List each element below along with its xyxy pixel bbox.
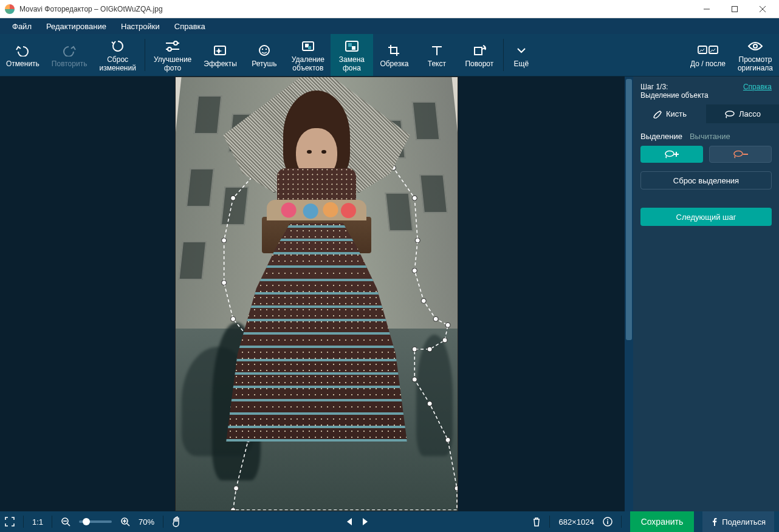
chevron-down-icon — [516, 42, 526, 59]
svg-rect-20 — [709, 46, 718, 53]
vertical-scrollbar[interactable] — [625, 77, 633, 511]
menu-file[interactable]: Файл — [5, 19, 39, 33]
svg-rect-14 — [308, 46, 311, 49]
svg-point-29 — [433, 316, 438, 321]
svg-point-31 — [442, 338, 447, 343]
app-logo-icon — [5, 4, 15, 14]
text-button[interactable]: Текст — [416, 34, 458, 76]
maximize-button[interactable] — [721, 0, 749, 18]
view-original-button[interactable]: Просмотр оригинала — [732, 34, 779, 76]
svg-point-52 — [726, 111, 734, 116]
menu-edit[interactable]: Редактирование — [39, 19, 114, 33]
next-step-button[interactable]: Следующий шаг — [640, 208, 772, 226]
face-icon — [257, 42, 272, 59]
rotate-button[interactable]: Поворот — [458, 34, 501, 76]
lasso-add-button[interactable] — [640, 146, 703, 163]
statusbar: 1:1 70% 682×1024 Сохранить Поделиться — [0, 511, 779, 532]
reset-icon — [111, 38, 125, 55]
hand-tool-button[interactable] — [172, 516, 182, 527]
svg-rect-18 — [475, 47, 482, 55]
effects-button[interactable]: Эффекты — [197, 34, 243, 76]
menu-help[interactable]: Справка — [167, 19, 213, 33]
svg-point-37 — [455, 486, 458, 491]
lasso-subtract-button[interactable] — [709, 146, 772, 163]
svg-point-39 — [234, 486, 239, 491]
erase-icon — [300, 38, 316, 55]
dimensions-label: 682×1024 — [558, 517, 594, 527]
svg-point-35 — [427, 401, 432, 406]
svg-point-28 — [421, 298, 426, 303]
undo-button[interactable]: Отменить — [0, 34, 46, 76]
svg-point-38 — [231, 508, 236, 510]
menubar: Файл Редактирование Настройки Справка — [0, 18, 779, 34]
svg-point-63 — [607, 519, 608, 520]
svg-point-53 — [665, 151, 674, 157]
svg-point-9 — [259, 46, 269, 55]
svg-line-59 — [127, 523, 129, 526]
reset-selection-button[interactable]: Сброс выделения — [640, 171, 772, 189]
redo-button[interactable]: Повторить — [46, 34, 94, 76]
crop-button[interactable]: Обрезка — [373, 34, 416, 76]
menu-settings[interactable]: Настройки — [114, 19, 167, 33]
zoom-value: 70% — [139, 517, 154, 527]
close-button[interactable] — [749, 0, 777, 18]
svg-point-5 — [174, 41, 177, 45]
text-icon — [430, 42, 444, 59]
remove-objects-button[interactable]: Удаление объектов — [286, 34, 331, 76]
svg-point-11 — [266, 48, 267, 49]
brush-icon — [653, 110, 662, 118]
next-button[interactable] — [362, 517, 369, 526]
svg-point-10 — [262, 48, 263, 49]
zoom-slider[interactable] — [79, 520, 112, 523]
lasso-plus-icon — [664, 149, 681, 159]
svg-point-7 — [168, 47, 171, 51]
svg-line-56 — [67, 523, 70, 526]
subtab-selection[interactable]: Выделение — [640, 132, 682, 141]
share-button[interactable]: Поделиться — [702, 511, 774, 532]
facebook-icon — [711, 517, 718, 526]
info-button[interactable] — [603, 517, 613, 527]
side-panel: Шаг 1/3:Выделение объекта Справка Кисть … — [633, 77, 779, 511]
zoom-in-button[interactable] — [120, 517, 130, 527]
svg-point-32 — [427, 347, 432, 352]
help-link[interactable]: Справка — [743, 83, 772, 100]
enhance-button[interactable]: Улучшение фото — [148, 34, 197, 76]
separator — [145, 39, 145, 71]
bg-replace-icon — [344, 38, 360, 55]
eye-icon — [747, 38, 763, 55]
svg-rect-19 — [698, 46, 707, 53]
subtab-subtraction[interactable]: Вычитание — [690, 132, 730, 141]
zoom-out-button[interactable] — [61, 517, 70, 527]
delete-button[interactable] — [532, 517, 541, 527]
tab-lasso[interactable]: Лассо — [706, 104, 779, 123]
svg-point-26 — [415, 238, 420, 243]
crop-icon — [387, 42, 402, 59]
compare-icon — [698, 42, 718, 59]
tab-brush[interactable]: Кисть — [633, 104, 706, 123]
background-replace-button[interactable]: Замена фона — [331, 34, 373, 76]
svg-point-36 — [445, 437, 450, 442]
sliders-icon — [165, 38, 180, 55]
titlebar: Movavi Фоторедактор – OIGkOtWuZQA.jpg — [0, 0, 779, 18]
save-button[interactable]: Сохранить — [630, 511, 695, 532]
lasso-icon — [724, 110, 735, 118]
undo-icon — [15, 42, 30, 59]
svg-rect-1 — [732, 6, 738, 12]
minimize-button[interactable] — [693, 0, 721, 18]
prev-button[interactable] — [346, 517, 353, 526]
fullscreen-button[interactable] — [5, 517, 15, 527]
photo-preview — [175, 77, 458, 511]
svg-rect-17 — [352, 46, 355, 50]
svg-point-54 — [734, 151, 743, 157]
main-area: Шаг 1/3:Выделение объекта Справка Кисть … — [0, 77, 779, 511]
separator — [503, 39, 504, 71]
before-after-button[interactable]: До / после — [684, 34, 732, 76]
step-label: Шаг 1/3:Выделение объекта — [640, 83, 709, 100]
canvas[interactable] — [0, 77, 633, 511]
more-button[interactable]: Ещё — [506, 34, 537, 76]
redo-icon — [61, 42, 77, 59]
retouch-button[interactable]: Ретушь — [243, 34, 286, 76]
svg-point-30 — [445, 322, 450, 327]
fit-button[interactable]: 1:1 — [32, 517, 43, 527]
reset-button[interactable]: Сброс изменений — [93, 34, 142, 76]
